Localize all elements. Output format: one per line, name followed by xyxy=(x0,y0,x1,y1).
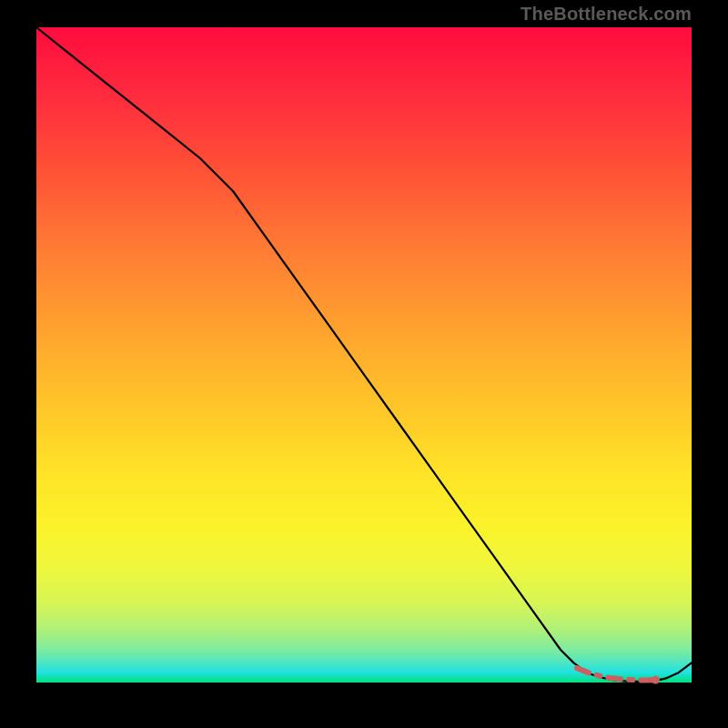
optimal-range-end-dot xyxy=(652,676,660,684)
optimal-range-dashes xyxy=(577,668,660,683)
chart-stage: TheBottleneck.com xyxy=(0,0,728,728)
curve-svg xyxy=(36,27,692,682)
bottleneck-curve xyxy=(36,27,692,682)
optimal-range-dash-path xyxy=(577,668,655,680)
plot-area xyxy=(36,27,692,682)
watermark-text: TheBottleneck.com xyxy=(521,4,692,25)
